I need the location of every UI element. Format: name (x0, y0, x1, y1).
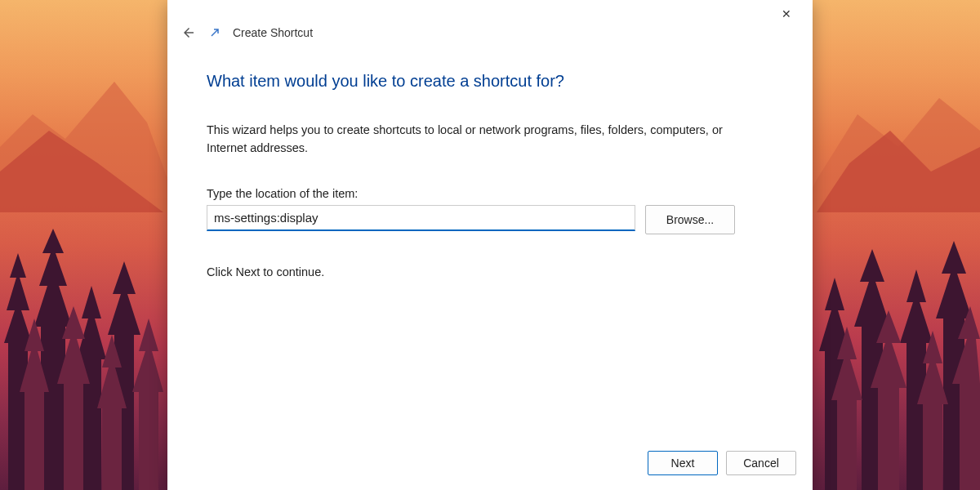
wizard-description: This wizard helps you to create shortcut… (207, 122, 746, 158)
location-row: Browse... (207, 205, 773, 234)
close-icon: ✕ (782, 7, 791, 20)
wizard-heading: What item would you like to create a sho… (207, 72, 773, 91)
browse-button[interactable]: Browse... (645, 205, 735, 234)
continue-instruction: Click Next to continue. (207, 265, 773, 278)
dialog-header: Create Shortcut (167, 0, 813, 49)
back-button[interactable] (180, 24, 197, 41)
next-button[interactable]: Next (648, 451, 718, 475)
close-button[interactable]: ✕ (770, 2, 803, 26)
location-label: Type the location of the item: (207, 187, 773, 200)
create-shortcut-dialog: ✕ Create Shortcut What item would you li… (167, 0, 813, 490)
dialog-title: Create Shortcut (233, 26, 313, 39)
arrow-left-icon (181, 25, 196, 40)
shortcut-icon (210, 28, 220, 38)
cancel-button[interactable]: Cancel (726, 451, 796, 475)
dialog-footer: Next Cancel (167, 441, 813, 490)
location-input[interactable] (207, 205, 635, 231)
dialog-body: What item would you like to create a sho… (167, 49, 813, 441)
